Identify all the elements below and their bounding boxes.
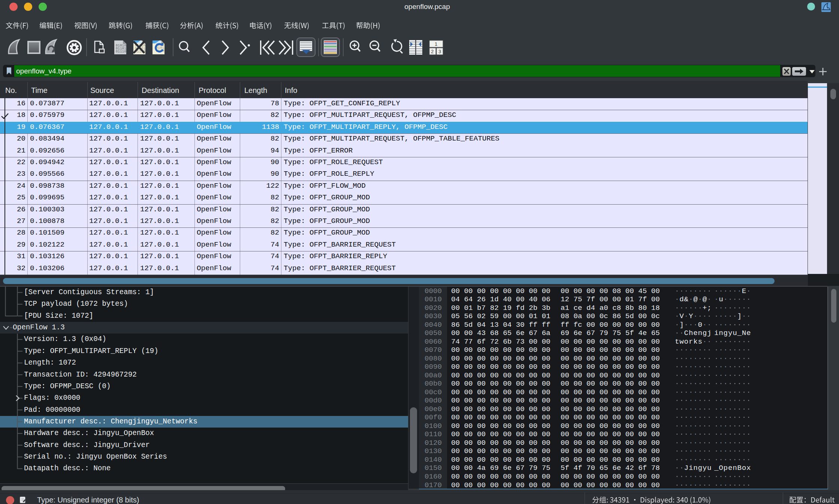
svg-text:3: 3 xyxy=(438,49,441,54)
svg-text:1: 1 xyxy=(435,41,437,47)
svg-text:01110: 01110 xyxy=(116,50,126,54)
svg-text:2: 2 xyxy=(431,49,434,54)
